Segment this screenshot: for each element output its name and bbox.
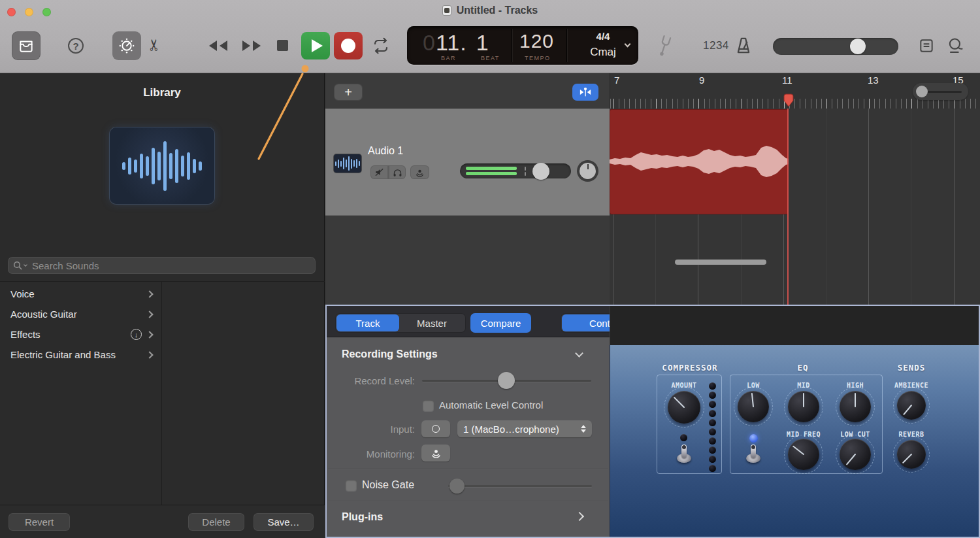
- patch-icon-card: [110, 127, 214, 204]
- key-signature: Cmaj: [581, 46, 625, 59]
- library-item-label: Voice: [10, 288, 35, 299]
- track-header-audio1[interactable]: Audio 1: [325, 109, 610, 216]
- stop-icon: [277, 40, 288, 51]
- quick-help-button[interactable]: ?: [68, 38, 84, 54]
- auto-level-checkbox[interactable]: [423, 400, 434, 411]
- track-volume-meter[interactable]: [460, 163, 571, 178]
- search-input[interactable]: [32, 260, 310, 271]
- metronome-button[interactable]: [734, 36, 753, 58]
- save-button[interactable]: Save…: [253, 513, 314, 531]
- loop-browser-icon: [946, 37, 964, 55]
- eq-high-knob[interactable]: [840, 391, 871, 422]
- lcd-divider: [566, 29, 567, 62]
- delete-button[interactable]: Delete: [188, 513, 244, 531]
- forward-button[interactable]: [240, 39, 263, 55]
- rewind-button[interactable]: [207, 39, 229, 55]
- tuner-button[interactable]: [656, 35, 673, 59]
- noise-gate-label: Noise Gate: [362, 479, 414, 491]
- notepad-button[interactable]: [918, 37, 935, 57]
- plugins-label[interactable]: Plug-ins: [342, 511, 383, 523]
- led: [709, 382, 716, 390]
- library-item-electric-guitar-bass[interactable]: Electric Guitar and Bass: [0, 345, 161, 365]
- record-level-knob[interactable]: [498, 372, 515, 389]
- track-name[interactable]: Audio 1: [368, 145, 403, 157]
- audio-region[interactable]: [610, 109, 789, 214]
- smart-controls-button[interactable]: [112, 31, 141, 60]
- ruler-label: 9: [699, 75, 704, 86]
- count-in-button[interactable]: 1234: [703, 39, 729, 52]
- record-button[interactable]: [334, 32, 363, 59]
- search-sounds-field[interactable]: [8, 257, 316, 274]
- zoom-slider[interactable]: [913, 83, 968, 100]
- editors-button[interactable]: ✂: [146, 39, 162, 52]
- input-source-dropdown[interactable]: 1 (MacBo…crophone): [457, 420, 592, 437]
- library-panel: Library Voice Acoustic Guitar Effects ↓: [0, 73, 325, 538]
- timeline-ruler[interactable]: 7 9 11 13 15: [610, 73, 980, 109]
- loop-browser-button[interactable]: [946, 37, 964, 58]
- playhead-marker[interactable]: [783, 93, 794, 112]
- stop-button[interactable]: [277, 40, 288, 51]
- download-icon: ↓: [131, 329, 142, 340]
- chevron-right-icon: [146, 311, 153, 318]
- catch-playhead-icon: [578, 86, 593, 98]
- revert-button[interactable]: Revert: [8, 513, 70, 531]
- recording-settings-title[interactable]: Recording Settings: [342, 348, 438, 360]
- window-title: Untitled - Tracks: [0, 5, 980, 16]
- lcd-display[interactable]: 011.1 BAR BEAT 120 TEMPO 4/4 Cmaj: [407, 26, 638, 65]
- auto-level-label: Automatic Level Control: [439, 399, 543, 411]
- library-column-divider: [161, 281, 162, 505]
- lcd-chevron-icon[interactable]: [625, 41, 631, 48]
- tab-master[interactable]: Master: [399, 314, 465, 331]
- led: [709, 465, 716, 472]
- eq-mid-knob[interactable]: [788, 391, 819, 422]
- tempo-label: TEMPO: [525, 55, 551, 61]
- mute-button[interactable]: [370, 165, 388, 179]
- eq-low-cut-knob[interactable]: [840, 439, 871, 470]
- volume-slider-knob[interactable]: [850, 39, 866, 54]
- sends-reverb-knob[interactable]: [897, 440, 926, 469]
- led: [709, 419, 716, 426]
- play-button[interactable]: [301, 32, 330, 59]
- level-meter-bar: [466, 172, 517, 175]
- input-monitoring-button[interactable]: [410, 165, 429, 179]
- horizontal-scrollbar[interactable]: [675, 260, 766, 265]
- noise-gate-knob[interactable]: [449, 479, 465, 494]
- monitoring-button[interactable]: [421, 445, 450, 462]
- playhead-pin-icon: [783, 93, 794, 109]
- library-item-acoustic-guitar[interactable]: Acoustic Guitar: [0, 304, 161, 324]
- compare-button[interactable]: Compare: [470, 313, 531, 333]
- garageband-window: Untitled - Tracks ? ✂: [0, 0, 980, 538]
- cycle-button[interactable]: [372, 37, 390, 57]
- eq-mid-freq-knob[interactable]: [788, 439, 819, 470]
- divider: [328, 501, 608, 501]
- library-footer: Revert Delete Save…: [0, 505, 325, 538]
- noise-gate-checkbox[interactable]: [346, 480, 357, 491]
- compressor-amount-knob[interactable]: [668, 391, 700, 424]
- catch-playhead-button[interactable]: [572, 84, 598, 101]
- position-display: 011.1: [423, 30, 489, 56]
- sends-ambience-knob[interactable]: [897, 391, 926, 420]
- plugins-chevron-icon[interactable]: [575, 512, 584, 521]
- input-format-button[interactable]: [421, 420, 450, 437]
- eq-toggle-switch[interactable]: [745, 445, 762, 469]
- compressor-toggle-switch[interactable]: [676, 445, 693, 469]
- meter-tick: [525, 172, 526, 176]
- eq-low-knob[interactable]: [738, 391, 769, 422]
- stepper-icon: [581, 425, 586, 433]
- tab-track[interactable]: Track: [336, 314, 399, 331]
- pan-knob[interactable]: [577, 160, 598, 182]
- section-collapse-chevron-icon[interactable]: [575, 349, 583, 358]
- knob-icon: [118, 37, 135, 54]
- library-item-voice[interactable]: Voice: [0, 284, 161, 304]
- noise-gate-slider[interactable]: [448, 485, 592, 487]
- record-level-label: Record Level:: [328, 375, 415, 386]
- master-volume-slider[interactable]: [773, 38, 898, 55]
- track-volume-knob[interactable]: [532, 163, 549, 180]
- media-browser-button[interactable]: [12, 31, 41, 60]
- search-scope-chevron-icon[interactable]: [24, 263, 27, 267]
- library-item-effects[interactable]: Effects ↓: [0, 324, 161, 345]
- solo-button[interactable]: [388, 165, 406, 179]
- library-item-label: Effects: [10, 329, 41, 340]
- add-track-button[interactable]: +: [334, 84, 363, 101]
- zoom-slider-knob[interactable]: [916, 86, 928, 97]
